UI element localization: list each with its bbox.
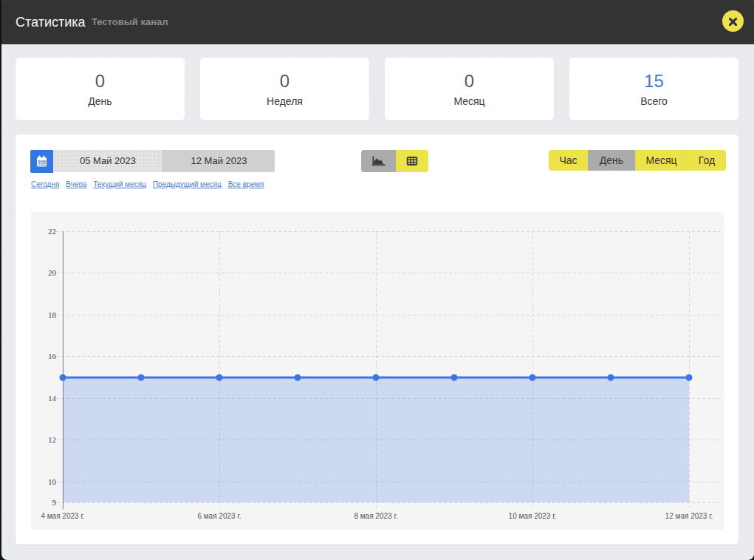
svg-text:10: 10 <box>48 477 57 486</box>
svg-text:6 мая 2023 г.: 6 мая 2023 г. <box>197 512 241 520</box>
svg-text:12 мая 2023 г.: 12 мая 2023 г. <box>665 512 713 520</box>
svg-text:22: 22 <box>48 227 56 236</box>
svg-text:4 мая 2023 г.: 4 мая 2023 г. <box>41 512 84 520</box>
svg-text:18: 18 <box>48 310 57 319</box>
svg-text:8 мая 2023 г.: 8 мая 2023 г. <box>354 512 397 520</box>
svg-text:12: 12 <box>48 435 56 444</box>
svg-text:20: 20 <box>48 268 57 277</box>
svg-text:9: 9 <box>52 498 57 507</box>
svg-text:10 мая 2023 г.: 10 мая 2023 г. <box>509 512 557 520</box>
svg-text:16: 16 <box>48 352 57 361</box>
svg-text:14: 14 <box>48 394 57 403</box>
